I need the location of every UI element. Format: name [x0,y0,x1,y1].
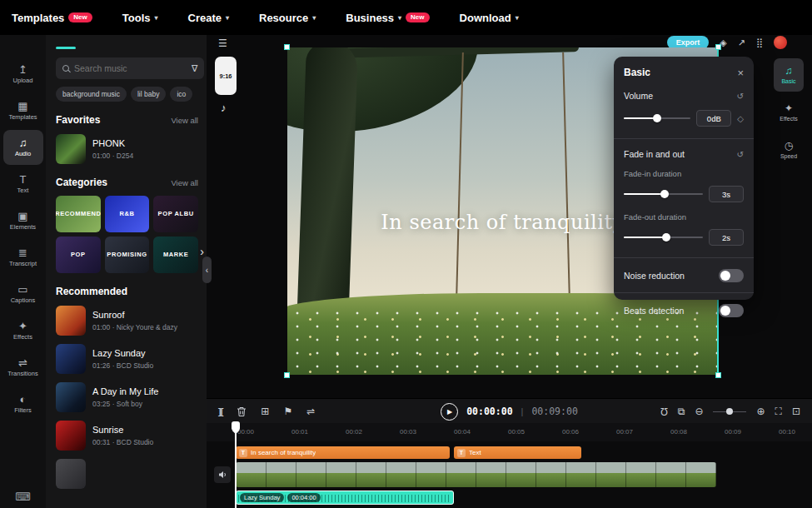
favorite-track-item[interactable]: PHONK 01:00 · D254 [56,134,198,164]
tag-chip[interactable]: background music [56,87,127,102]
category-tile-recommend[interactable]: RECOMMEND [56,196,101,232]
new-badge: New [68,12,92,22]
tag-chip[interactable]: lil baby [131,87,166,102]
beats-detection-toggle[interactable] [719,304,744,317]
favorites-title: Favorites [56,114,100,126]
sidebar-item-effects[interactable]: ✦ Effects [3,313,43,348]
sidebar-item-captions[interactable]: ▭ Captions [3,276,43,311]
audio-clip-duration: 00:04:00 [287,493,320,502]
tag-chip[interactable]: ico [170,87,192,102]
category-tile-rnb[interactable]: R&B [105,196,150,232]
ruler-tick: 00:08 [670,428,687,436]
recommended-track-item[interactable] [56,459,198,489]
playhead-handle[interactable] [232,421,240,431]
aspect-ratio-selector[interactable]: 9:16 [215,57,237,95]
search-music-box[interactable]: ∇ [56,57,204,79]
apps-grid-icon[interactable]: ⣿ [756,38,763,47]
sidebar-item-elements[interactable]: ▣ Elements [3,203,43,238]
recommended-track-item[interactable]: Lazy Sunday 01:26 · BCD Studio [56,344,198,374]
playhead[interactable] [235,423,237,508]
tile-label: RECOMMEND [56,196,101,232]
noise-reduction-toggle[interactable] [719,269,744,282]
search-tags: background music lil baby ico [56,87,198,102]
fade-out-value[interactable]: 2s [709,229,744,246]
fade-out-slider[interactable] [624,233,703,242]
fade-reset-icon[interactable]: ↺ [737,150,744,159]
snap-icon[interactable]: ⧉ [678,406,685,416]
ruler-tick: 00:07 [616,428,633,436]
sidebar-item-transcript[interactable]: ≣ Transcript [3,240,43,275]
nav-business[interactable]: Business ▾ New [346,12,429,24]
swing-rope [456,52,464,299]
text-clip-1[interactable]: T In search of tranquility [236,446,450,459]
timeline-zoom-slider[interactable] [713,407,746,416]
tab-speed[interactable]: ◷ Speed [774,133,804,167]
play-icon: ▶ [447,408,452,416]
mute-track-button[interactable] [214,466,231,483]
zoom-in-icon[interactable]: ⊕ [756,406,765,416]
divider [614,257,754,258]
volume-reset-icon[interactable]: ↺ [737,92,744,101]
volume-value[interactable]: 0dB [696,110,731,127]
categories-scroll-right-icon[interactable]: › [200,245,204,258]
sidebar-item-templates[interactable]: ▦ Templates [3,93,43,128]
play-button[interactable]: ▶ [441,403,458,421]
keyframe-icon[interactable]: ◇ [737,114,744,123]
nav-download[interactable]: Download ▾ [460,12,519,24]
keyboard-shortcuts-icon[interactable]: ⌨ [0,491,46,503]
category-tile-pop-album[interactable]: POP ALBU [153,196,198,232]
filter-icon[interactable]: ∇ [192,63,197,74]
sidebar-item-audio[interactable]: ♫ Audio [3,130,43,165]
tiktok-icon[interactable]: ♪ [221,102,227,114]
selection-handle[interactable] [284,44,290,50]
share-icon[interactable]: ↗ [738,38,745,47]
close-icon[interactable]: × [737,67,744,78]
sidebar-item-label: Transcript [9,261,37,267]
favorites-view-all[interactable]: View all [171,116,198,125]
category-tile-market[interactable]: MARKE [153,237,198,273]
nav-resource[interactable]: Resource ▾ [259,12,316,24]
sidebar-item-transitions[interactable]: ⇌ Transitions [3,350,43,385]
track-title: PHONK [92,138,133,150]
recommended-track-item[interactable]: A Day in My Life 03:25 · Soft boy [56,382,198,412]
search-icon [62,65,69,72]
sidebar-item-text[interactable]: T Text [3,167,43,202]
sidebar-item-filters[interactable]: ◐ Filters [3,386,43,421]
categories-view-all[interactable]: View all [171,178,198,187]
selection-handle[interactable] [715,372,721,378]
avatar[interactable] [774,36,787,49]
selection-handle[interactable] [715,44,721,50]
magnet-icon[interactable]: Ω [660,406,668,416]
nav-tools[interactable]: Tools ▾ [122,12,158,24]
fit-timeline-icon[interactable]: ⛶ [775,406,782,416]
audio-clip[interactable]: Lazy Sunday 00:04:00 [236,491,454,505]
menu-icon[interactable]: ☰ [218,37,227,49]
category-tile-promising[interactable]: PROMISING [105,237,150,273]
nav-create[interactable]: Create ▾ [188,12,229,24]
timeline-ruler[interactable]: 00:00 00:01 00:02 00:03 00:04 00:05 00:0… [207,423,812,441]
zoom-out-icon[interactable]: ⊖ [695,406,703,416]
panel-collapse-handle[interactable]: ‹ [202,256,212,283]
selection-handle[interactable] [284,372,290,378]
timeline-toolbar: ][ ⊞ ⚑ ⇌ ▶ 00:00:00 | 00:09:00 Ω ⧉ ⊖ ⊕ ⛶ [207,398,812,423]
video-clip[interactable] [236,462,716,487]
text-clip-2[interactable]: T Text [454,446,581,459]
track-thumbnail [56,134,86,164]
track-thumbnail [56,382,86,412]
sidebar-item-label: Captions [11,297,36,304]
tab-effects[interactable]: ✦ Effects [774,96,804,129]
nav-templates[interactable]: Templates New [12,12,92,24]
screen-mode-icon[interactable]: ⊡ [792,406,800,416]
search-input[interactable] [74,63,187,73]
recommended-track-item[interactable]: Sunroof 01:00 · Nicky Youre & dazy [56,306,198,336]
category-tile-pop[interactable]: POP [56,237,101,273]
volume-slider[interactable] [624,114,690,122]
ruler-tick: 00:03 [400,428,416,436]
timeline-tracks: T In search of tranquility T Text Lazy S… [207,441,812,508]
recommended-track-item[interactable]: Sunrise 00:31 · BCD Studio [56,421,198,451]
fade-in-slider[interactable] [624,190,703,198]
audio-icon: ♫ [19,137,27,148]
fade-in-value[interactable]: 3s [709,186,744,202]
sidebar-item-upload[interactable]: ↥ Upload [3,57,43,92]
tab-basic[interactable]: ♫ Basic [774,58,804,92]
